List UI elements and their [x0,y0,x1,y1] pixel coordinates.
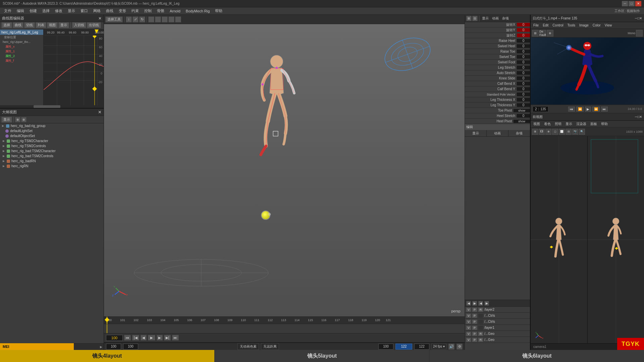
rt-8[interactable]: 🔍 [579,129,585,135]
select-btn[interactable]: 选择 [1,22,12,28]
channel-leg-stretch[interactable]: Leg Stretch 0 [465,65,530,70]
rt-2[interactable]: 🎞 [539,129,545,135]
channel-animate-btn[interactable]: 动画 [491,15,500,21]
vt-end[interactable] [636,30,643,37]
vt-icon-3[interactable]: ⊕ [547,30,553,37]
menu-create[interactable]: 创建 [27,8,40,14]
outliner-item-7[interactable]: ▶ herc_rig_bad:TSM2Controls [0,154,104,159]
channel-rotate-z[interactable]: 旋转Z 0 [465,33,530,38]
misc-tab[interactable]: 杂项 [508,130,530,136]
channel-raise-toe[interactable]: Raise Toe 0 [465,49,530,54]
maximize-button[interactable]: □ [629,1,635,6]
channel-tool-2[interactable]: ⊟ [472,16,478,21]
view-btn[interactable]: 视图 [47,22,58,28]
graph-attr-2[interactable]: 属性_2 [0,54,43,58]
range-start[interactable]: 100 [123,344,138,350]
show-btn[interactable]: 显示 [58,22,69,28]
distance-label[interactable]: 无远距离 [261,343,279,350]
rv-close[interactable]: ✕ [639,115,642,119]
channel-swivel-toe[interactable]: Swivel Toe 0 [465,54,530,60]
channel-heel-pivot[interactable]: Heel Pivot show [465,119,530,124]
outliner-tb-1[interactable]: 显示 [1,117,12,123]
rm-show[interactable]: 显示 [564,121,574,127]
lr5-v[interactable]: V [466,332,471,336]
rm-renderer[interactable]: 渲染器 [575,121,588,127]
timeline-content[interactable] [104,324,465,334]
lr6-v[interactable]: V [466,338,471,342]
display-tab[interactable]: 显示 [465,130,487,136]
vp-icon-3[interactable]: ↻ [139,16,145,22]
channel-misc-btn[interactable]: 杂项 [501,15,510,21]
layer-row-1[interactable]: V P R /layer2 [465,307,530,313]
rt-3[interactable]: ⊕ [545,129,551,135]
channel-auto-stretch[interactable]: Auto Stretch 0 [465,70,530,76]
menu-control[interactable]: 控制 [142,8,154,14]
outliner-icon-2[interactable]: ⊗ [21,117,26,122]
graph-attr-x[interactable]: 属性_x [0,44,43,49]
video-close-btn[interactable]: ✕ [639,16,642,20]
lr4-v[interactable]: V [466,326,471,330]
render-canvas-area[interactable] [531,136,644,343]
channel-calf-bend-x[interactable]: Calf Bend X 0 [465,81,530,86]
channel-leg-thick-y[interactable]: Leg Thickness Y 0 [465,103,530,108]
rv-min[interactable]: ─ [635,115,637,119]
channel-tool-1[interactable]: ⊞ [466,16,472,21]
list-btn[interactable]: 列表 [36,22,46,28]
vpb-end[interactable]: ⏭ [601,107,608,112]
vp-icon-2[interactable]: ⤢ [132,16,139,22]
outliner-icon-1[interactable]: ⊕ [15,117,20,122]
layer-nav-3[interactable]: ◀ [478,301,483,306]
vm-color[interactable]: Color [591,23,602,28]
vp-icon-5[interactable] [155,16,161,22]
channel-display-btn[interactable]: 显示 [481,15,490,21]
menu-file[interactable]: 文件 [1,8,14,14]
rt-1[interactable]: ⊞ [532,129,538,135]
lr3-p[interactable]: P [472,320,477,324]
lr3-v[interactable]: V [466,320,471,324]
prev-key-btn[interactable]: |◀ [132,335,139,341]
menu-skeleton[interactable]: 骨骼 [154,8,167,14]
outliner-item-5[interactable]: ▶ herc_rig:TSM2Controls [0,143,104,148]
menu-bodymech[interactable]: BodyMech Rig [183,8,213,14]
range-end[interactable]: 100 [378,344,393,350]
minimize-button[interactable]: ─ [622,1,628,6]
vp-icon-7[interactable] [168,16,174,22]
outliner-item-1[interactable]: ▶ herc_rig_bad:rig_group [0,123,104,128]
graph-editor-close[interactable]: ✕ [98,16,102,21]
menu-display[interactable]: 显示 [65,8,78,14]
rt-7[interactable]: 📷 [572,129,578,135]
channel-rotate-y[interactable]: 旋转Y 0 [465,27,530,33]
tab-layout4[interactable]: 镜头4layout [0,350,215,362]
outliner-item-2[interactable]: defaultLightSet [0,128,104,133]
vpb-next[interactable]: ⏩ [592,107,600,112]
lr4-r[interactable] [478,326,483,330]
channel-knee-slide[interactable]: Knee Slide 0 [465,76,530,81]
layer-row-5[interactable]: V P R /...Geo [465,331,530,337]
end-frame[interactable]: 122 [414,344,429,350]
graph-hscroll[interactable] [0,105,104,108]
graph-attr-1[interactable]: 属性_1 [0,49,43,54]
video-min-btn[interactable]: ─ [635,16,637,20]
lr2-v[interactable]: V [466,314,471,318]
rt-4[interactable]: ◻ [552,129,558,135]
timeline-playhead[interactable] [107,317,107,324]
animate-tab[interactable]: 动画 [487,130,508,136]
rt-6[interactable]: ⊟ [566,129,572,135]
channel-leg-thick-x[interactable]: Leg Thickness X 0 [465,97,530,103]
rm-light[interactable]: 照明 [553,121,563,127]
vt-icon-1[interactable]: ⊞ [532,30,539,37]
vm-image[interactable]: Image [578,23,590,28]
vpb-start[interactable]: ⏮ [568,107,575,112]
vp-icon-6[interactable] [162,16,168,22]
next-key-btn[interactable]: ▶| [164,335,171,341]
lr3-r[interactable] [478,320,483,324]
channel-swivel-foot[interactable]: Swivel Foot 0 [465,60,530,65]
vp-icon-1[interactable]: ↕ [126,16,132,22]
lr6-p[interactable]: P [472,338,477,342]
menu-arnold[interactable]: Arnold [167,8,183,14]
sound-btn[interactable]: 🔊 [448,344,454,350]
vm-tools[interactable]: Tools [566,23,577,28]
layer-row-6[interactable]: V P R /...Geo [465,337,530,343]
outliner-item-4[interactable]: ▶ herc_rig:TSM2Character [0,138,104,143]
layer-row-2[interactable]: V P /...Ctrls [465,313,530,319]
